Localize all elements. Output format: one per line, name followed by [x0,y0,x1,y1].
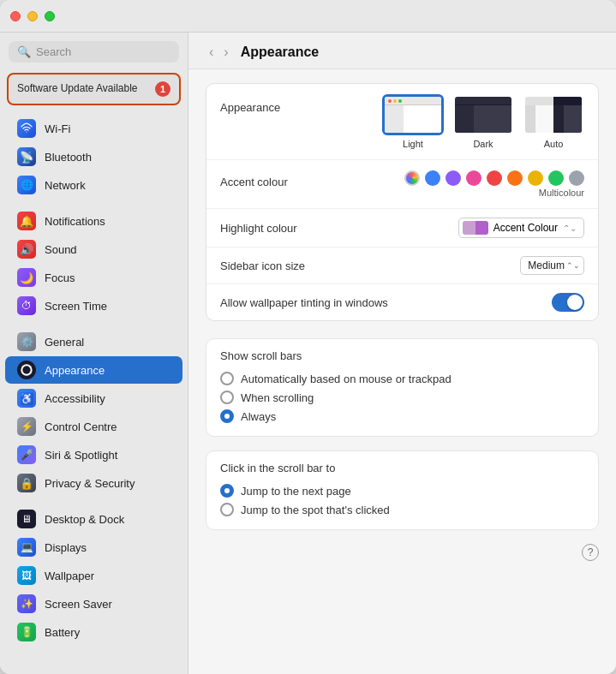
sidebar-item-screentime[interactable]: ⏱ Screen Time [5,292,182,319]
accent-colour-label: Accent colour [220,170,288,188]
system-preferences-window: 🔍 Search Software Update Available 1 Wi-… [0,0,616,674]
appearance-light-option[interactable]: Light [382,94,444,149]
search-bar[interactable]: 🔍 Search [9,41,179,63]
sidebar-section-notifications: 🔔 Notifications 🔊 Sound 🌙 Focus ⏱ Screen… [0,203,188,324]
general-label: General [45,336,84,349]
sidebar-item-network[interactable]: 🌐 Network [5,171,182,199]
sidebar-item-general[interactable]: ⚙️ General [5,328,182,355]
sidebar-item-screensaver[interactable]: ✨ Screen Saver [5,590,182,617]
accent-selected-label: Multicolour [539,188,584,198]
sidebar-section-desktop: 🖥 Desktop & Dock 💻 Displays 🖼 Wallpaper … [0,501,188,650]
accent-multicolour[interactable] [404,170,420,186]
close-button[interactable] [10,11,21,21]
highlight-colour-label: Highlight colour [220,222,297,235]
accent-green[interactable] [548,170,564,186]
wallpaper-tinting-label: Allow wallpaper tinting in windows [220,296,388,309]
scroll-auto-option[interactable]: Automatically based on mouse or trackpad [220,369,584,388]
siri-label: Siri & Spotlight [45,449,117,462]
siri-icon: 🎤 [17,445,36,464]
accent-pink[interactable] [466,170,481,186]
appearance-row: Appearance [206,84,598,160]
accent-orange[interactable] [507,170,523,186]
sidebar-item-wallpaper[interactable]: 🖼 Wallpaper [5,562,182,589]
click-nextpage-label: Jump to the next page [241,485,351,498]
sidebar-item-controlcentre[interactable]: ⚡ Control Centre [5,413,182,440]
desktop-label: Desktop & Dock [45,513,124,526]
main-panel: ‹ › Appearance Appearance [188,33,616,674]
sidebar-item-sound[interactable]: 🔊 Sound [5,236,182,263]
sidebar-item-displays[interactable]: 💻 Displays [5,534,182,561]
forward-button[interactable]: › [220,43,231,62]
click-scroll-title: Click in the scroll bar to [220,462,584,474]
accent-colour-picker: Multicolour [404,170,584,198]
sidebar-item-privacy[interactable]: 🔒 Privacy & Security [5,469,182,497]
panel-title: Appearance [241,45,320,60]
wallpaper-tinting-toggle[interactable] [552,293,584,312]
sidebar-item-desktop[interactable]: 🖥 Desktop & Dock [5,505,182,533]
panel-content: Appearance [188,69,616,575]
sidebar-item-bluetooth[interactable]: 📡 Bluetooth [5,143,182,170]
appearance-icon [17,361,36,379]
window-content: 🔍 Search Software Update Available 1 Wi-… [0,33,616,674]
highlight-colour-row: Highlight colour Accent Colour ⌃⌄ [206,209,598,248]
update-badge: 1 [155,81,170,97]
click-nextpage-option[interactable]: Jump to the next page [220,481,584,500]
sidebar-item-appearance[interactable]: Appearance [5,356,182,384]
click-scroll-section: Click in the scroll bar to Jump to the n… [206,450,599,530]
battery-icon: 🔋 [17,623,36,641]
maximize-button[interactable] [45,11,55,21]
scroll-scrolling-radio[interactable] [220,391,234,404]
scroll-auto-radio[interactable] [220,372,234,385]
wifi-icon [17,119,36,138]
scroll-scrolling-option[interactable]: When scrolling [220,388,584,407]
accessibility-label: Accessibility [45,392,105,405]
scroll-always-option[interactable]: Always [220,407,584,426]
accent-blue[interactable] [425,170,440,186]
dark-thumb [452,94,514,135]
appearance-auto-option[interactable]: Auto [523,94,584,149]
sidebar: 🔍 Search Software Update Available 1 Wi-… [0,33,188,674]
wallpaper-icon: 🖼 [17,566,36,585]
controlcentre-icon: ⚡ [17,417,36,436]
sidebar-icon-value: Medium [528,259,565,271]
sidebar-item-focus[interactable]: 🌙 Focus [5,264,182,291]
scroll-bars-title: Show scroll bars [220,349,584,362]
click-spot-label: Jump to the spot that's clicked [241,504,390,516]
sidebar-section-network: Wi-Fi 📡 Bluetooth 🌐 Network [0,110,188,203]
click-spot-radio[interactable] [220,503,234,516]
sidebar-icon-selector[interactable]: Medium [520,256,584,275]
sidebar-item-battery[interactable]: 🔋 Battery [5,618,182,646]
highlight-swatch [463,221,488,235]
accent-purple[interactable] [446,170,461,186]
appearance-card: Appearance [206,83,599,321]
back-button[interactable]: ‹ [206,43,217,62]
sidebar-item-siri[interactable]: 🎤 Siri & Spotlight [5,441,182,468]
sidebar-item-notifications[interactable]: 🔔 Notifications [5,207,182,235]
scroll-auto-label: Automatically based on mouse or trackpad [241,373,452,385]
highlight-colour-selector[interactable]: Accent Colour ⌃⌄ [458,218,584,238]
update-banner[interactable]: Software Update Available 1 [7,73,181,105]
displays-icon: 💻 [17,538,36,557]
highlight-value-text: Accent Colour [493,222,558,234]
scroll-bars-section: Show scroll bars Automatically based on … [206,338,599,437]
accent-colours-row [404,170,584,186]
scroll-scrolling-label: When scrolling [241,391,314,404]
help-button[interactable]: ? [582,544,599,561]
minimize-button[interactable] [27,11,38,21]
click-nextpage-radio[interactable] [220,484,234,498]
light-label: Light [403,139,423,149]
sidebar-item-accessibility[interactable]: ♿ Accessibility [5,385,182,412]
appearance-dark-option[interactable]: Dark [452,94,514,149]
accent-graphite[interactable] [569,170,584,186]
title-bar [0,0,616,33]
scroll-always-radio[interactable] [220,409,234,423]
wifi-label: Wi-Fi [45,122,70,135]
dark-label: Dark [473,139,493,149]
click-spot-option[interactable]: Jump to the spot that's clicked [220,500,584,519]
accent-yellow[interactable] [528,170,543,186]
sidebar-item-wifi[interactable]: Wi-Fi [5,115,182,142]
accent-red[interactable] [487,170,502,186]
screentime-icon: ⏱ [17,296,36,315]
appearance-label: Appearance [45,364,105,377]
traffic-lights [10,11,55,21]
